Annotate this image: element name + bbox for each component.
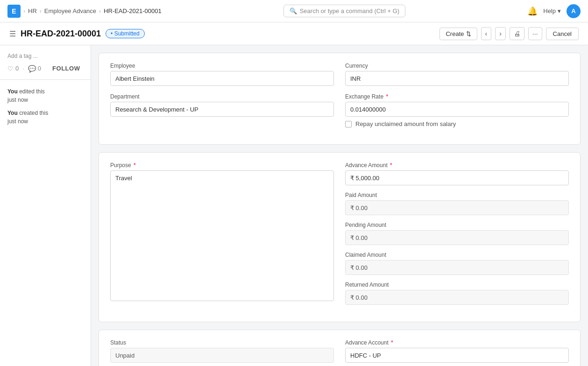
chevron-down-icon: ⇅	[466, 30, 471, 37]
page-title: HR-EAD-2021-00001	[21, 29, 101, 39]
topbar: E › HR › Employee Advance › HR-EAD-2021-…	[0, 0, 588, 22]
returned-amount-field: ₹ 0.00	[345, 290, 569, 305]
nav-sep-1: ›	[23, 8, 25, 14]
form-col-advance-account: Advance Account * HDFC - UP	[345, 339, 569, 363]
pending-amount-field: ₹ 0.00	[345, 230, 569, 245]
form-col-status: Status Unpaid	[110, 339, 334, 363]
print-button[interactable]: 🖨	[510, 27, 524, 40]
form-row-employee-currency: Employee Albert Einstein Currency INR	[110, 63, 569, 86]
activity-who-2: You	[7, 110, 18, 116]
form-col-amounts: Advance Amount * ₹ 5,000.00 Paid Amount …	[345, 162, 569, 305]
next-button[interactable]: ›	[495, 27, 506, 40]
page-header-right: Create ⇅ ‹ › 🖨 ··· Cancel	[439, 27, 579, 40]
form-col-purpose: Purpose * Travel	[110, 162, 334, 305]
exchange-rate-field[interactable]: 0.014000000	[345, 102, 569, 117]
required-marker-4: *	[391, 339, 393, 346]
activity-when-1: just now	[7, 97, 28, 103]
create-label: Create	[446, 30, 464, 37]
pending-amount-label: Pending Amount	[345, 222, 569, 228]
comment-section[interactable]: 💬 0	[28, 65, 41, 72]
advance-account-field[interactable]: HDFC - UP	[345, 348, 569, 363]
activity-feed: You edited this just now You created thi…	[0, 84, 91, 134]
activity-item: You edited this just now	[7, 87, 83, 104]
follow-button[interactable]: FOLLOW	[45, 61, 87, 76]
repay-checkbox-row: Repay unclaimed amount from salary	[345, 120, 569, 127]
app-logo[interactable]: E	[7, 5, 21, 18]
nav-hr[interactable]: HR	[28, 7, 37, 14]
heart-icon-2: ♡	[7, 65, 14, 72]
purpose-field[interactable]: Travel	[110, 170, 334, 301]
add-tag[interactable]: Add a tag ...	[0, 51, 91, 61]
prev-button[interactable]: ‹	[481, 27, 492, 40]
chevron-down-icon: ▾	[558, 7, 561, 14]
returned-amount-label: Returned Amount	[345, 282, 569, 288]
nav-current: HR-EAD-2021-00001	[104, 7, 162, 14]
form-row-dept-exchange: Department Research & Development - UP E…	[110, 93, 569, 127]
status-field: Unpaid	[110, 348, 334, 363]
like-section[interactable]: ♡ 0	[7, 65, 19, 72]
form-card-status: Status Unpaid Advance Account * HDFC - U…	[99, 330, 581, 366]
exchange-rate-label: Exchange Rate *	[345, 93, 569, 100]
page-header: ☰ HR-EAD-2021-00001 • Submitted Create ⇅…	[0, 22, 588, 45]
department-label: Department	[110, 93, 334, 100]
form-col-currency: Currency INR	[345, 63, 569, 86]
department-field[interactable]: Research & Development - UP	[110, 102, 334, 117]
sidebar-divider	[0, 79, 91, 80]
topbar-left: E › HR › Employee Advance › HR-EAD-2021-…	[7, 5, 162, 18]
required-marker: *	[386, 93, 388, 100]
form-card-employee: Employee Albert Einstein Currency INR De…	[99, 53, 581, 145]
paid-amount-label: Paid Amount	[345, 192, 569, 198]
activity-when-2: just now	[7, 118, 28, 125]
repay-label: Repay unclaimed amount from salary	[355, 120, 456, 127]
search-placeholder: Search or type a command (Ctrl + G)	[300, 7, 400, 14]
repay-checkbox[interactable]	[345, 121, 352, 127]
search-icon: 🔍	[290, 7, 297, 14]
required-marker-2: *	[134, 162, 136, 169]
form-col-employee: Employee Albert Einstein	[110, 63, 334, 86]
nav-sep-3: ›	[99, 8, 101, 14]
form-col-exchange-rate: Exchange Rate * 0.014000000 Repay unclai…	[345, 93, 569, 127]
more-options-button[interactable]: ···	[528, 27, 542, 40]
employee-field[interactable]: Albert Einstein	[110, 71, 334, 86]
activity-action-2: created this	[19, 110, 48, 116]
currency-label: Currency	[345, 63, 569, 69]
comment-icon-2: 💬	[28, 65, 36, 72]
page-header-left: ☰ HR-EAD-2021-00001 • Submitted	[9, 29, 145, 39]
nav-employee-advance[interactable]: Employee Advance	[44, 7, 96, 14]
form-card-purpose: Purpose * Travel Advance Amount * ₹ 5,00…	[99, 152, 581, 322]
sidebar-toggle-icon[interactable]: ☰	[9, 29, 16, 38]
form-row-purpose-amounts: Purpose * Travel Advance Amount * ₹ 5,00…	[110, 162, 569, 305]
activity-who-1: You	[7, 88, 18, 95]
activity-item-2: You created this just now	[7, 109, 83, 126]
claimed-amount-field: ₹ 0.00	[345, 260, 569, 275]
currency-field[interactable]: INR	[345, 71, 569, 86]
help-label: Help	[543, 7, 556, 14]
advance-amount-field[interactable]: ₹ 5,000.00	[345, 170, 569, 185]
status-badge: • Submitted	[106, 29, 145, 38]
advance-account-label: Advance Account *	[345, 339, 569, 346]
required-marker-3: *	[390, 162, 392, 169]
help-menu[interactable]: Help ▾	[543, 7, 561, 14]
search-bar[interactable]: 🔍 Search or type a command (Ctrl + G)	[283, 5, 406, 17]
form-col-department: Department Research & Development - UP	[110, 93, 334, 127]
sidebar: Add a tag ... ♡ 0 · 💬 0 FOLLOW You edite…	[0, 45, 91, 366]
create-button[interactable]: Create ⇅	[439, 28, 477, 40]
notification-bell-icon[interactable]: 🔔	[527, 6, 538, 16]
form-row-status-account: Status Unpaid Advance Account * HDFC - U…	[110, 339, 569, 363]
user-avatar[interactable]: A	[567, 4, 581, 18]
advance-amount-label: Advance Amount *	[345, 162, 569, 169]
topbar-right: 🔔 Help ▾ A	[527, 4, 581, 18]
claimed-amount-label: Claimed Amount	[345, 252, 569, 258]
content-area: Employee Albert Einstein Currency INR De…	[91, 45, 588, 366]
activity-action-1: edited this	[19, 88, 45, 95]
purpose-label: Purpose *	[110, 162, 334, 169]
cancel-button[interactable]: Cancel	[546, 28, 579, 40]
paid-amount-field: ₹ 0.00	[345, 200, 569, 215]
main-layout: Add a tag ... ♡ 0 · 💬 0 FOLLOW You edite…	[0, 45, 588, 366]
status-label: Status	[110, 339, 334, 346]
employee-label: Employee	[110, 63, 334, 69]
nav-sep-2: ›	[40, 8, 42, 14]
